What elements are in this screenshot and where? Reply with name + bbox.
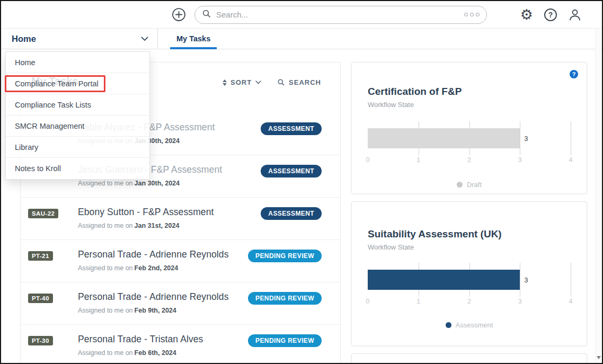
axis-tick-label: 0 bbox=[366, 156, 370, 164]
sort-control[interactable]: SORT bbox=[223, 78, 261, 86]
create-plus-icon[interactable] bbox=[172, 7, 186, 22]
task-row[interactable]: PT-40Personal Trade - Adrienne ReynoldsA… bbox=[21, 282, 340, 325]
assigned-prefix: Assigned to me on bbox=[78, 180, 133, 187]
chart-card-1: ?Certification of F&PWorkflow State30123… bbox=[351, 62, 587, 194]
top-bar: ⚙ ? bbox=[1, 1, 602, 29]
axis-tick-label: 2 bbox=[467, 156, 471, 164]
menu-item-compliance-team-portal[interactable]: Compliance Team Portal bbox=[6, 73, 149, 94]
chart-legend: Draft bbox=[368, 181, 571, 189]
menu-item-notes-to-kroll[interactable]: Notes to Kroll bbox=[6, 158, 149, 179]
task-title: Personal Trade - Tristan Alves bbox=[78, 334, 248, 345]
bar-value-label: 3 bbox=[524, 135, 528, 143]
task-row[interactable]: PT-21Personal Trade - Adrienne ReynoldsA… bbox=[21, 240, 340, 282]
task-id-badge: PT-40 bbox=[28, 294, 53, 303]
chevron-down-icon bbox=[255, 81, 261, 84]
task-id-cell: SAU-22 bbox=[28, 207, 78, 218]
help-icon[interactable]: ? bbox=[544, 8, 557, 21]
task-search-control[interactable]: SEARCH bbox=[277, 78, 321, 86]
menu-item-label: SMCR Management bbox=[15, 122, 84, 130]
axis-tick-label: 4 bbox=[569, 298, 573, 305]
assigned-prefix: Assigned to me on bbox=[78, 307, 133, 314]
tab-my-tasks[interactable]: My Tasks bbox=[170, 29, 217, 49]
axis-tick-label: 3 bbox=[518, 156, 522, 164]
task-row[interactable]: SAU-22Ebony Sutton - F&P AssessmentAssig… bbox=[21, 198, 340, 240]
menu-item-compliance-task-lists[interactable]: Compliance Task Lists bbox=[6, 94, 149, 116]
chart-legend: Assessment bbox=[368, 321, 571, 329]
chevron-down-icon bbox=[141, 37, 148, 41]
app-window: ⚙ ? Home My Tasks My Tasks SORT bbox=[0, 0, 603, 364]
settings-gear-icon[interactable]: ⚙ bbox=[520, 7, 533, 22]
chart-plot: 3 bbox=[368, 121, 571, 155]
axis-gridline bbox=[571, 121, 571, 155]
menu-item-label: Compliance Task Lists bbox=[15, 101, 91, 109]
user-profile-icon[interactable] bbox=[568, 8, 582, 22]
menu-item-label: Home bbox=[15, 58, 36, 67]
legend-dot bbox=[446, 322, 451, 328]
axis-labels: 01234 bbox=[368, 298, 571, 308]
search-options-icon[interactable] bbox=[464, 13, 480, 16]
axis-gridline bbox=[571, 263, 571, 297]
task-title: Ebony Sutton - F&P Assessment bbox=[78, 207, 261, 218]
chart-cards: ?Certification of F&PWorkflow State30123… bbox=[351, 62, 587, 346]
assigned-prefix: Assigned to me on bbox=[78, 349, 133, 357]
chart-title: Certification of F&P bbox=[368, 86, 571, 97]
home-dropdown-menu: HomeCompliance Team PortalCompliance Tas… bbox=[5, 51, 150, 180]
task-id-cell: PT-30 bbox=[28, 334, 78, 345]
task-assigned-text: Assigned to me onFeb 2nd, 2024 bbox=[78, 264, 248, 272]
task-info: Personal Trade - Adrienne ReynoldsAssign… bbox=[78, 249, 248, 272]
status-badge: ASSESSMENT bbox=[261, 122, 322, 135]
menu-item-home[interactable]: Home bbox=[6, 52, 149, 73]
bar-value-label: 3 bbox=[524, 276, 528, 284]
task-id-badge: PT-30 bbox=[28, 336, 53, 345]
scroll-down-icon[interactable] bbox=[597, 356, 601, 359]
status-badge: PENDING REVIEW bbox=[248, 334, 322, 347]
menu-item-smcr-management[interactable]: SMCR Management bbox=[6, 116, 149, 137]
status-badge: PENDING REVIEW bbox=[248, 292, 322, 305]
tasks-toolbar: SORT SEARCH bbox=[223, 78, 321, 86]
nav-bar: Home My Tasks bbox=[1, 29, 602, 49]
status-badge: ASSESSMENT bbox=[261, 207, 322, 220]
task-id-cell: PT-40 bbox=[28, 291, 78, 303]
menu-item-label: Compliance Team Portal bbox=[15, 79, 99, 88]
task-date: Feb 9th, 2024 bbox=[135, 307, 176, 314]
assigned-prefix: Assigned to me on bbox=[78, 264, 133, 272]
menu-item-library[interactable]: Library bbox=[6, 137, 149, 158]
search-input[interactable] bbox=[216, 10, 459, 19]
task-id-badge: PT-21 bbox=[28, 251, 53, 261]
task-row[interactable]: PT-30Personal Trade - Tristan AlvesAssig… bbox=[21, 325, 340, 364]
help-icon[interactable]: ? bbox=[570, 70, 578, 78]
legend-label: Assessment bbox=[456, 321, 493, 329]
dashboard-column: ?Certification of F&PWorkflow State30123… bbox=[351, 62, 587, 364]
status-badge: ASSESSMENT bbox=[261, 165, 322, 177]
status-badge: PENDING REVIEW bbox=[248, 250, 322, 262]
tab-label: My Tasks bbox=[176, 34, 210, 43]
task-id-badge: SAU-22 bbox=[28, 209, 58, 218]
menu-item-label: Notes to Kroll bbox=[15, 164, 61, 173]
axis-tick-label: 3 bbox=[518, 298, 522, 305]
sort-arrows-icon bbox=[223, 79, 227, 86]
sort-label: SORT bbox=[230, 78, 252, 86]
axis-gridline bbox=[520, 263, 520, 297]
chart-plot: 3 bbox=[368, 263, 571, 297]
nav-menu-label: Home bbox=[12, 34, 36, 44]
search-icon bbox=[277, 78, 285, 86]
task-date: Feb 6th, 2024 bbox=[135, 349, 176, 357]
vertical-scrollbar[interactable] bbox=[595, 29, 601, 362]
home-menu-toggle[interactable]: Home bbox=[1, 29, 158, 49]
axis-tick-label: 0 bbox=[366, 298, 370, 305]
axis-labels: 01234 bbox=[368, 156, 571, 167]
chart-bar bbox=[368, 270, 520, 290]
gear-glyph: ⚙ bbox=[520, 7, 533, 22]
search-icon bbox=[202, 9, 211, 21]
axis-tick-label: 1 bbox=[416, 156, 420, 164]
task-date: Feb 2nd, 2024 bbox=[135, 264, 179, 272]
topbar-actions: ⚙ ? bbox=[520, 7, 582, 22]
chart-title: Suitability Assessment (UK) bbox=[368, 228, 571, 240]
global-search-bar[interactable] bbox=[194, 6, 487, 24]
task-info: Personal Trade - Adrienne ReynoldsAssign… bbox=[78, 291, 248, 314]
partial-card bbox=[351, 353, 587, 364]
task-title: Personal Trade - Adrienne Reynolds bbox=[78, 249, 248, 260]
axis-tick-label: 1 bbox=[416, 298, 420, 305]
chart-bar bbox=[368, 128, 520, 148]
task-assigned-text: Assigned to me onJan 30th, 2024 bbox=[78, 180, 261, 187]
